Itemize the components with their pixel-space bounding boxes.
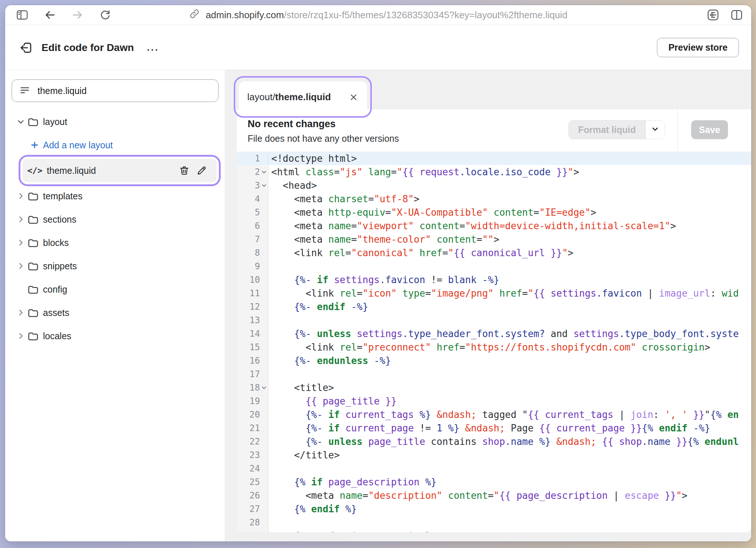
code-line-14[interactable]: 14 {%- unless settings.type_header_font.… [237,327,751,340]
code-line-26[interactable]: 26 <meta name="description" content="{{ … [237,489,751,502]
code-content[interactable]: {%- if current_page != 1 %} &ndash; Page… [268,421,751,435]
format-liquid-button[interactable]: Format liquid [569,121,645,139]
code-editor[interactable]: 1<!doctype html>2<html class="js" lang="… [237,150,751,532]
code-line-24[interactable]: 24 [237,462,751,475]
sidebar-item-blocks[interactable]: blocks [5,231,225,254]
code-content[interactable] [268,259,751,273]
code-content[interactable]: {%- endif -%} [268,300,751,313]
code-content[interactable] [268,313,751,327]
code-content[interactable]: <meta http-equiv="X-UA-Compatible" conte… [268,206,751,219]
sidebar-item-layout[interactable]: layout [5,110,225,133]
address-bar[interactable]: admin.shopify.com/store/rzq1xu-f5/themes… [189,8,567,22]
code-line-22[interactable]: 22 {%- unless page_title contains shop.n… [237,435,751,448]
line-number: 29 [237,529,268,532]
code-content[interactable] [268,516,751,529]
code-content[interactable]: {%- unless settings.type_header_font.sys… [268,327,751,340]
code-content[interactable]: {%- endunless -%} [268,354,751,367]
code-content[interactable]: <link rel="icon" type="image/png" href="… [268,286,751,300]
fold-toggle-icon[interactable] [260,179,268,192]
sidebar-item-config[interactable]: config [5,278,225,301]
chevron-right-icon[interactable] [15,191,26,201]
code-line-27[interactable]: 27 {% endif %} [237,502,751,516]
code-content[interactable]: {{ page_title }} [268,394,751,408]
preview-store-button[interactable]: Preview store [657,38,739,57]
code-content[interactable]: <link rel="preconnect" href="https://fon… [268,340,751,354]
code-line-3[interactable]: 3 <head> [237,179,751,192]
chevron-right-icon[interactable] [15,215,26,224]
folder-label: layout [43,117,67,127]
fold-toggle-icon[interactable] [260,381,268,394]
code-line-1[interactable]: 1<!doctype html> [237,152,751,165]
chevron-right-icon[interactable] [15,308,26,317]
exit-editor-icon[interactable] [19,40,34,55]
code-content[interactable]: {%- unless page_title contains shop.name… [268,435,751,448]
code-line-7[interactable]: 7 <meta name="theme-color" content=""> [237,232,751,246]
code-content[interactable] [268,367,751,381]
overflow-menu-button[interactable]: ... [147,42,160,53]
format-options-caret-button[interactable] [645,121,665,139]
back-icon[interactable] [44,9,56,21]
file-search-input[interactable]: theme.liquid [12,79,218,102]
code-line-23[interactable]: 23 </title> [237,448,751,462]
sidebar-item-theme-liquid[interactable]: </>theme.liquid [23,159,217,182]
reload-icon[interactable] [99,9,111,21]
tab-theme-liquid[interactable]: layout/theme.liquid [239,81,367,113]
folder-icon [27,284,40,295]
sidebar-toggle-icon[interactable] [16,9,28,21]
code-line-15[interactable]: 15 <link rel="preconnect" href="https://… [237,340,751,354]
sidebar-item-assets[interactable]: assets [5,301,225,324]
code-content[interactable]: {% if page_description %} [268,475,751,489]
code-content[interactable]: <html class="js" lang="{{ request.locale… [268,165,751,179]
code-content[interactable]: </title> [268,448,751,462]
code-content[interactable]: <meta charset="utf-8"> [268,192,751,206]
page-settings-icon[interactable] [707,9,719,21]
chevron-right-icon[interactable] [15,261,26,271]
rename-file-icon[interactable] [196,165,207,176]
forward-icon[interactable] [71,9,84,21]
code-content[interactable]: {% endif %} [268,502,751,516]
add-new-layout-link[interactable]: Add a new layout [5,133,225,157]
tab-close-icon[interactable] [349,93,358,102]
fold-toggle-icon[interactable] [260,165,268,179]
code-line-4[interactable]: 4 <meta charset="utf-8"> [237,192,751,206]
code-line-5[interactable]: 5 <meta http-equiv="X-UA-Compatible" con… [237,206,751,219]
code-line-11[interactable]: 11 <link rel="icon" type="image/png" hre… [237,286,751,300]
code-line-13[interactable]: 13 [237,313,751,327]
delete-file-icon[interactable] [179,165,190,176]
sidebar-item-locales[interactable]: locales [5,324,225,348]
code-line-19[interactable]: 19 {{ page_title }} [237,394,751,408]
code-content[interactable]: <meta name="viewport" content="width=dev… [268,219,751,232]
code-content[interactable]: {%- if settings.favicon != blank -%} [268,273,751,286]
chevron-down-icon[interactable] [15,117,26,126]
sidebar-item-templates[interactable]: templates [5,184,225,208]
code-content[interactable]: <meta name="description" content="{{ pag… [268,489,751,502]
split-view-icon[interactable] [731,9,743,21]
code-line-29[interactable]: 29 {% render 'meta-tags' %} [237,529,751,532]
code-content[interactable]: <!doctype html> [268,152,751,165]
chevron-right-icon[interactable] [15,331,26,341]
code-content[interactable] [268,462,751,475]
code-line-17[interactable]: 17 [237,367,751,381]
code-line-21[interactable]: 21 {%- if current_page != 1 %} &ndash; P… [237,421,751,435]
code-line-10[interactable]: 10 {%- if settings.favicon != blank -%} [237,273,751,286]
code-content[interactable]: <meta name="theme-color" content=""> [268,232,751,246]
code-line-8[interactable]: 8 <link rel="canonical" href="{{ canonic… [237,246,751,259]
code-line-25[interactable]: 25 {% if page_description %} [237,475,751,489]
code-content[interactable]: {% render 'meta-tags' %} [268,529,751,532]
sidebar-item-sections[interactable]: sections [5,208,225,231]
code-content[interactable]: <title> [268,381,751,394]
code-content[interactable]: {%- if current_tags %} &ndash; tagged "{… [268,408,751,421]
code-line-28[interactable]: 28 [237,516,751,529]
code-line-16[interactable]: 16 {%- endunless -%} [237,354,751,367]
save-button[interactable]: Save [691,120,728,139]
sidebar-item-snippets[interactable]: snippets [5,254,225,278]
code-line-9[interactable]: 9 [237,259,751,273]
chevron-right-icon[interactable] [15,238,26,247]
code-line-2[interactable]: 2<html class="js" lang="{{ request.local… [237,165,751,179]
code-line-6[interactable]: 6 <meta name="viewport" content="width=d… [237,219,751,232]
code-line-18[interactable]: 18 <title> [237,381,751,394]
code-line-20[interactable]: 20 {%- if current_tags %} &ndash; tagged… [237,408,751,421]
code-content[interactable]: <head> [268,179,751,192]
code-content[interactable]: <link rel="canonical" href="{{ canonical… [268,246,751,259]
code-line-12[interactable]: 12 {%- endif -%} [237,300,751,313]
